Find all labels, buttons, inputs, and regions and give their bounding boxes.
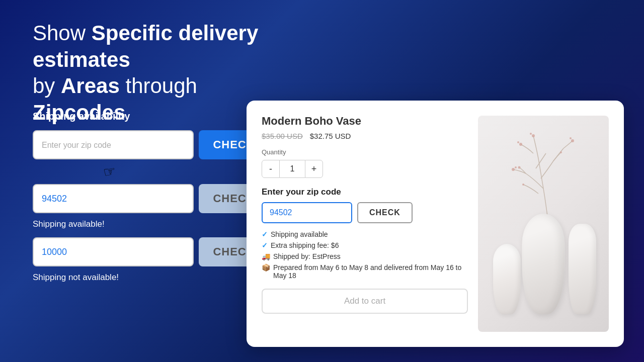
- quantity-value: 1: [280, 160, 305, 178]
- info-icon-1: ✓: [262, 241, 268, 249]
- product-name: Modern Boho Vase: [262, 115, 468, 128]
- vase-container: [483, 123, 604, 324]
- svg-point-9: [522, 184, 524, 186]
- svg-point-3: [517, 141, 519, 143]
- svg-point-2: [519, 143, 522, 146]
- hero-line1-normal: Show: [33, 21, 92, 45]
- zip-row-1: CHECK: [33, 130, 269, 159]
- zip-input-product[interactable]: [262, 202, 352, 223]
- vase-small: [493, 244, 521, 314]
- zip-input-2[interactable]: [33, 184, 194, 213]
- info-text-0: Shipping available: [271, 230, 328, 238]
- price-row: $35.00 USD $32.75 USD: [262, 132, 468, 140]
- cursor-icon: ☞: [102, 162, 117, 181]
- vase-main: [522, 214, 565, 314]
- svg-point-4: [571, 139, 574, 142]
- svg-point-6: [532, 134, 535, 137]
- info-item-3: 📦 Prepared from May 6 to May 8 and deliv…: [262, 263, 468, 280]
- add-to-cart-button[interactable]: Add to cart: [262, 289, 468, 314]
- hero-line2-normal: by: [33, 74, 61, 98]
- info-icon-0: ✓: [262, 230, 268, 238]
- branch-svg: [503, 128, 594, 229]
- info-item-1: ✓ Extra shipping fee: $6: [262, 241, 468, 249]
- info-text-1: Extra shipping fee: $6: [271, 241, 339, 249]
- left-panel: Shipping availability CHECK ☞ CHECK Ship…: [33, 111, 269, 291]
- vase-scene: [478, 116, 609, 332]
- svg-point-8: [518, 166, 521, 169]
- zip-input-1[interactable]: [33, 130, 194, 159]
- zip-row-3: CHECK: [33, 237, 269, 266]
- price-original: $35.00 USD: [262, 132, 303, 140]
- info-list: ✓ Shipping available ✓ Extra shipping fe…: [262, 230, 468, 280]
- quantity-minus-button[interactable]: -: [262, 160, 280, 178]
- info-text-2: Shipped by: EstPress: [273, 252, 341, 260]
- svg-point-10: [560, 151, 562, 153]
- svg-point-1: [515, 166, 517, 168]
- svg-point-7: [530, 133, 532, 135]
- price-sale: $32.75 USD: [310, 132, 351, 140]
- svg-point-0: [512, 168, 515, 171]
- zip-row-2: CHECK: [33, 184, 269, 213]
- zip-check-row: CHECK: [262, 202, 468, 223]
- info-item-0: ✓ Shipping available: [262, 230, 468, 238]
- info-item-2: 🚚 Shipped by: EstPress: [262, 252, 468, 260]
- shipping-unavailable-status: Shipping not available!: [33, 273, 269, 283]
- hero-line2-bold: Areas: [61, 74, 120, 98]
- check-button-product[interactable]: CHECK: [357, 202, 413, 223]
- product-info: Modern Boho Vase $35.00 USD $32.75 USD Q…: [262, 115, 468, 333]
- quantity-plus-button[interactable]: +: [305, 160, 323, 178]
- hero-line2-normal2: through: [120, 74, 197, 98]
- quantity-label: Quantity: [262, 148, 468, 156]
- product-card: Modern Boho Vase $35.00 USD $32.75 USD Q…: [247, 101, 624, 347]
- zip-section-label: Enter your zip code: [262, 187, 468, 197]
- svg-point-5: [570, 137, 572, 139]
- product-image-area: [478, 115, 609, 333]
- info-icon-3: 📦: [262, 263, 270, 272]
- quantity-row: - 1 +: [262, 160, 468, 178]
- shipping-label: Shipping availability: [33, 111, 269, 122]
- info-icon-2: 🚚: [262, 252, 270, 260]
- vase-tall: [569, 224, 596, 314]
- zip-input-3[interactable]: [33, 237, 194, 266]
- info-text-3: Prepared from May 6 to May 8 and deliver…: [273, 263, 468, 280]
- shipping-available-status: Shipping available!: [33, 219, 269, 229]
